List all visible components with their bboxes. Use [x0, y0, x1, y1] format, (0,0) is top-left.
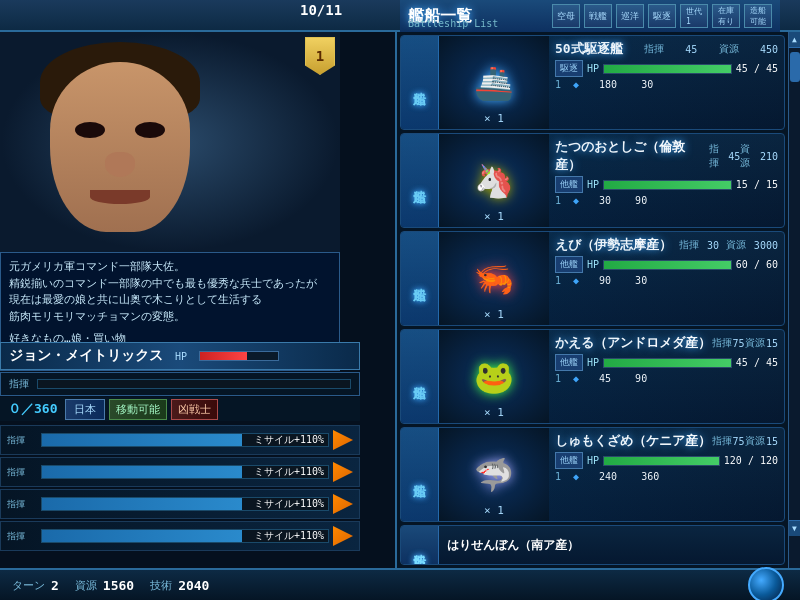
skill-arrow-1[interactable] — [333, 430, 353, 450]
skill-label-3: ミサイル+110% — [254, 498, 324, 510]
build-btn-2[interactable]: 造船 — [401, 232, 439, 325]
ship-sub-row-0: 1 ◆ 180 30 — [555, 79, 778, 90]
build-btn-1[interactable]: 造船 — [401, 134, 439, 227]
skill-arrow-3[interactable] — [333, 494, 353, 514]
ship-hp-row-3: 他艦 HP 45 / 45 — [555, 354, 778, 371]
skill-bar-2: ミサイル+110% — [41, 465, 329, 479]
fleet-title-en: Battleship List — [408, 18, 498, 29]
ship-entry-0: 造船 🚢 × 1 50式駆逐艦 指揮 45 資源 450 駆逐 — [400, 35, 785, 130]
left-panel: 1 元ガメリカ軍コマンド一部隊大佐。 精鋭揃いのコマンド一部隊の中でも最も優秀な… — [0, 32, 395, 568]
build-btn-0[interactable]: 造船 — [401, 36, 439, 129]
build-btn-3[interactable]: 造船 — [401, 330, 439, 423]
ship-hp-nums-0: 45 / 45 — [736, 63, 778, 74]
ship-name-4: しゅもくざめ（ケニア産） — [555, 432, 711, 450]
ship-hp-row-2: 他艦 HP 60 / 60 — [555, 256, 778, 273]
skill-arrow-2[interactable] — [333, 462, 353, 482]
ship-entry-4: 造船 🦈 × 1 しゅもくざめ（ケニア産） 指揮 75 資源 15 他艦 — [400, 427, 785, 522]
ship-type-4: 他艦 — [555, 452, 583, 469]
ship-name-3: かえる（アンドロメダ産） — [555, 334, 711, 352]
ship-hp-row-4: 他艦 HP 120 / 120 — [555, 452, 778, 469]
ship-entry-2: 造船 🦐 × 1 えび（伊勢志摩産） 指揮 30 資源 3000 他艦 — [400, 231, 785, 326]
turn-counter: 10/11 — [300, 2, 342, 18]
ship-count-0: × 1 — [484, 112, 504, 125]
ship-res-1: 210 — [760, 151, 778, 162]
ship-image-2: 🦐 × 1 — [439, 232, 549, 325]
ship-val2-2: 30 — [635, 275, 647, 286]
skill-row-4: 指揮 ミサイル+110% — [0, 521, 360, 551]
bio-line: 筋肉モリモリマッチョマンの変態。 — [9, 309, 331, 326]
turn-item: ターン 2 — [12, 578, 59, 593]
filter-cruiser[interactable]: 巡洋 — [616, 4, 644, 28]
ship-name-partial: はりせんぼん（南ア産） — [447, 537, 579, 554]
filter-destroyer[interactable]: 駆逐 — [648, 4, 676, 28]
rank-badge: 1 — [305, 37, 335, 75]
filter-carrier[interactable]: 空母 — [552, 4, 580, 28]
face-mouth — [90, 190, 150, 204]
ship-header-1: たつのおとしご（倫敦産） 指揮 45 資源 210 — [555, 138, 778, 174]
filter-buildable[interactable]: 造船 可能 — [744, 4, 772, 28]
skill-label-4: ミサイル+110% — [254, 530, 324, 542]
nation-badge: 日本 — [65, 399, 105, 420]
ship-name-2: えび（伊勢志摩産） — [555, 236, 672, 254]
filter-battleship[interactable]: 戦艦 — [584, 4, 612, 28]
ship-hp-nums-3: 45 / 45 — [736, 357, 778, 368]
bio-line: 元ガメリカ軍コマンド一部隊大佐。 — [9, 259, 331, 276]
hp-bar-mini — [199, 351, 279, 361]
globe-icon[interactable] — [748, 567, 784, 600]
ship-cmd-1: 45 — [728, 151, 740, 162]
filter-in-stock[interactable]: 在庫 有り — [712, 4, 740, 28]
top-bar: 10/11 艦船一覧 空母 戦艦 巡洋 駆逐 世代 1 在庫 有り 造船 可能 … — [0, 0, 800, 32]
build-btn-4[interactable]: 造船 — [401, 428, 439, 521]
skill-row-1: 指揮 ミサイル+110% — [0, 425, 360, 455]
ship-val1-4: 240 — [599, 471, 617, 482]
char-name-bar: ジョン・メイトリックス HP — [0, 342, 360, 370]
ship-type-3: 他艦 — [555, 354, 583, 371]
ship-info-0: 50式駆逐艦 指揮 45 資源 450 駆逐 HP 45 / 45 — [549, 36, 784, 129]
ship-count-2: × 1 — [484, 308, 504, 321]
ship-info-2: えび（伊勢志摩産） 指揮 30 資源 3000 他艦 HP 60 / 60 — [549, 232, 784, 325]
ship-val1-3: 45 — [599, 373, 611, 384]
scrollbar-right: ▲ ▼ — [788, 32, 800, 568]
ship-hp-nums-1: 15 / 15 — [736, 179, 778, 190]
ship-res-4: 15 — [766, 436, 778, 447]
left-panel-inner: 1 元ガメリカ軍コマンド一部隊大佐。 精鋭揃いのコマンド一部隊の中でも最も優秀な… — [0, 32, 395, 568]
skill-bar-3: ミサイル+110% — [41, 497, 329, 511]
ship-cmd-0: 45 — [685, 44, 697, 55]
ship-type-1: 他艦 — [555, 176, 583, 193]
main-layout: 1 元ガメリカ軍コマンド一部隊大佐。 精鋭揃いのコマンド一部隊の中でも最も優秀な… — [0, 32, 800, 568]
bottom-bar: ターン 2 資源 1560 技術 2040 — [0, 568, 800, 600]
portrait-bg: 1 — [0, 32, 340, 252]
ship-cmd-4: 75 — [732, 436, 744, 447]
skill-label-1: ミサイル+110% — [254, 434, 324, 446]
scroll-thumb[interactable] — [790, 52, 800, 82]
scroll-down-btn[interactable]: ▼ — [789, 520, 801, 536]
skill-arrow-4[interactable] — [333, 526, 353, 546]
ship-sub-row-4: 1 ◆ 240 360 — [555, 471, 778, 482]
ship-sprite-3: 🐸 — [474, 358, 514, 396]
filter-generation[interactable]: 世代 1 — [680, 4, 708, 28]
command-bar: 指揮 — [0, 372, 360, 396]
char-name: ジョン・メイトリックス — [9, 347, 163, 365]
portrait-area: 1 — [0, 32, 340, 252]
skill-bar-1: ミサイル+110% — [41, 433, 329, 447]
scroll-up-btn[interactable]: ▲ — [789, 32, 801, 48]
ship-hp-nums-4: 120 / 120 — [724, 455, 778, 466]
hp-track-2 — [603, 260, 732, 270]
ship-count-3: × 1 — [484, 406, 504, 419]
face-skin — [50, 62, 190, 232]
ship-hp-row-1: 他艦 HP 15 / 15 — [555, 176, 778, 193]
ship-header-0: 50式駆逐艦 指揮 45 資源 450 — [555, 40, 778, 58]
ship-header-3: かえる（アンドロメダ産） 指揮 75 資源 15 — [555, 334, 778, 352]
ship-val2-0: 30 — [641, 79, 653, 90]
ship-sprite-2: 🦐 — [474, 260, 514, 298]
ship-type-0: 駆逐 — [555, 60, 583, 77]
ship-list: 造船 🚢 × 1 50式駆逐艦 指揮 45 資源 450 駆逐 — [397, 35, 800, 565]
build-btn-partial[interactable]: 造船 — [401, 525, 439, 565]
skill-cmd-4: 指揮 — [7, 530, 37, 543]
ship-header-2: えび（伊勢志摩産） 指揮 30 資源 3000 — [555, 236, 778, 254]
filter-icons: 空母 戦艦 巡洋 駆逐 世代 1 在庫 有り 造船 可能 — [552, 4, 772, 28]
fighter-badge: 凶戦士 — [171, 399, 218, 420]
ship-count-4: × 1 — [484, 504, 504, 517]
ship-header-4: しゅもくざめ（ケニア産） 指揮 75 資源 15 — [555, 432, 778, 450]
ship-type-2: 他艦 — [555, 256, 583, 273]
